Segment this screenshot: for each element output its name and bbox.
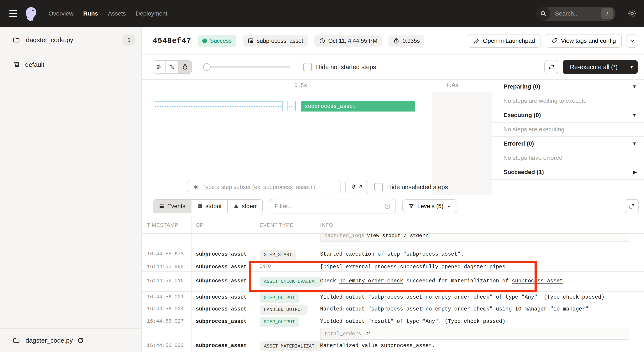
- view-mode-waterfall-icon[interactable]: [166, 61, 179, 73]
- search-icon: [536, 6, 550, 21]
- nav-item-overview[interactable]: Overview: [48, 10, 74, 17]
- column-header-event-type: EVENT TYPE: [260, 222, 294, 228]
- gantt-step-bar[interactable]: subprocess_asset: [301, 101, 415, 111]
- log-table-row: 16:44:56.024subprocess_assetHANDLED_OUTP…: [142, 303, 644, 315]
- log-table-row: 16:44:56.027subprocess_assetSTEP_OUTPUTY…: [142, 315, 644, 340]
- run-actions-chevron-button[interactable]: [626, 34, 638, 48]
- info-text: Handled output "subprocess_asset_no_empt…: [320, 306, 588, 312]
- run-tag-chip: Oct 11, 4:44:55 PM: [314, 35, 382, 47]
- tab-stderr[interactable]: stderr: [228, 200, 262, 213]
- event-type-cell: STEP_START: [260, 250, 296, 260]
- re-execute-all-button[interactable]: Re-execute all (*) ▼: [563, 60, 638, 74]
- slider-knob[interactable]: [203, 63, 210, 71]
- metadata-key: total_orders: [320, 328, 362, 339]
- info-cell: Handled output "subprocess_asset_no_empt…: [320, 306, 638, 312]
- gridline: [452, 92, 452, 195]
- timestamp-cell: 16:44:55.673: [147, 251, 184, 257]
- status-section-empty-text: No steps have errored: [492, 151, 644, 165]
- sidebar-item-job-default[interactable]: default: [0, 57, 141, 72]
- gantt-toolbar: Hide not started steps Re-execute all (*…: [142, 55, 644, 79]
- gantt-fullscreen-icon[interactable]: [544, 60, 558, 74]
- reload-icon[interactable]: [77, 337, 84, 344]
- timestamp-cell: 16:44:56.015: [147, 278, 184, 284]
- nav-item-deployment[interactable]: Deployment: [136, 10, 168, 17]
- event-type-cell: STEP_OUTPUT: [260, 293, 299, 303]
- job-name-label: default: [25, 61, 44, 68]
- chip-label: Oct 11, 4:44:55 PM: [328, 38, 378, 44]
- view-mode-timed-icon[interactable]: [179, 61, 192, 73]
- tab-stdout[interactable]: stdout: [192, 200, 228, 213]
- log-table-header: TIMESTAMP OP EVENT TYPE INFO: [142, 217, 644, 234]
- tab-label: Events: [167, 203, 186, 210]
- code-location-label: dagster_code.py: [26, 36, 73, 44]
- info-text: .: [563, 278, 566, 284]
- caret-up-icon: ^: [359, 184, 362, 190]
- table-icon: [159, 203, 164, 209]
- timestamp-cell: 16:44:56.021: [147, 294, 184, 300]
- step-subset-input[interactable]: Type a step subset (ex: subprocess_asset…: [187, 180, 341, 194]
- status-section-errored[interactable]: Errored (0)▼: [492, 137, 644, 151]
- log-table-row: 16:44:55.673subprocess_assetSTEP_STARTSt…: [142, 246, 644, 262]
- log-table-row: 16:44:56.033subprocess_assetASSET_MATERI…: [142, 340, 644, 352]
- log-table-row: captured_logsView stdout / stderr: [142, 234, 644, 246]
- info-text: Started execution of step "subprocess_as…: [320, 251, 464, 257]
- nav-item-assets[interactable]: Assets: [108, 10, 126, 17]
- status-section-preparing[interactable]: Preparing (0)▼: [492, 80, 644, 94]
- event-type-cell: STEP_OUTPUT: [260, 317, 299, 327]
- folder-icon: [13, 36, 20, 44]
- hamburger-menu-icon[interactable]: [6, 7, 20, 20]
- event-type-badge: ASSET_MATERIALIZAT…: [260, 341, 322, 351]
- view-mode-flat-icon[interactable]: [153, 61, 166, 73]
- hide-unselected-checkbox[interactable]: [374, 183, 383, 191]
- status-badge: Success: [198, 35, 236, 47]
- step-selector-icon: [192, 184, 199, 190]
- open-in-launchpad-button[interactable]: Open in Launchpad: [468, 34, 541, 48]
- view-tags-config-button[interactable]: View tags and config: [546, 34, 622, 48]
- settings-gear-icon[interactable]: [628, 9, 637, 18]
- run-tag-chip: 0.935s: [388, 35, 424, 47]
- status-section-executing[interactable]: Executing (0)▼: [492, 108, 644, 123]
- log-table-row: 16:44:56.021subprocess_assetSTEP_OUTPUTY…: [142, 292, 644, 303]
- caret-down-icon: ▼: [632, 141, 637, 146]
- after-run-end-region: [432, 92, 492, 195]
- hide-unselected-label: Hide unselected steps: [387, 184, 448, 191]
- dagster-run-page: OverviewRunsAssetsDeployment Search... /: [0, 0, 644, 352]
- op-cell: subprocess_asset: [196, 318, 247, 325]
- metadata-value-link[interactable]: View stdout / stderr: [362, 234, 433, 241]
- status-section-empty-text: No steps are executing: [492, 123, 644, 137]
- graph-query-toggle-button[interactable]: ^: [345, 180, 368, 194]
- re-execute-dropdown-caret[interactable]: ▼: [625, 60, 638, 74]
- metadata-table: total_orders2: [320, 328, 629, 340]
- event-type-badge: STEP_OUTPUT: [260, 293, 299, 303]
- search-input[interactable]: Search... /: [536, 6, 616, 21]
- status-section-succeeded[interactable]: Succeeded (1)▶: [492, 165, 644, 180]
- step-waiting-marker: [154, 101, 283, 111]
- chip-label: 0.935s: [402, 38, 420, 44]
- run-count-badge: 1: [123, 34, 135, 46]
- main-content: 4548ef47 Success subprocess_assetOct 11,…: [142, 27, 644, 352]
- left-sidebar: dagster_code.py 1 default dagster_code.p…: [0, 27, 142, 352]
- step-subset-placeholder: Type a step subset (ex: subprocess_asset…: [202, 184, 315, 190]
- search-placeholder: Search...: [555, 10, 602, 17]
- tab-events[interactable]: Events: [153, 200, 192, 213]
- levels-filter-button[interactable]: Levels (5): [402, 199, 458, 213]
- log-fullscreen-icon[interactable]: [625, 199, 639, 213]
- job-grid-icon: [13, 61, 20, 68]
- search-shortcut-key: /: [602, 8, 613, 19]
- op-cell: subprocess_asset: [196, 251, 247, 257]
- hide-not-started-checkbox[interactable]: [303, 63, 312, 71]
- event-type-cell: HANDLED_OUTPUT: [260, 305, 308, 315]
- step-status-panel: Preparing (0)▼No steps are waiting to ex…: [492, 80, 644, 195]
- event-type-badge: HANDLED_OUTPUT: [260, 305, 308, 315]
- log-toolbar: Eventsstdoutstderr Filter... Levels (5): [142, 195, 644, 217]
- gantt-zoom-slider[interactable]: [204, 66, 290, 68]
- sidebar-footer-code-location: dagster_code.py: [0, 328, 141, 352]
- log-filter-input[interactable]: Filter...: [270, 199, 396, 213]
- log-view-tabs: Eventsstdoutstderr: [153, 199, 263, 213]
- clear-filter-icon[interactable]: [384, 203, 391, 210]
- tab-label: stderr: [242, 203, 257, 210]
- dagster-logo-icon[interactable]: [23, 5, 39, 22]
- nav-item-runs[interactable]: Runs: [83, 10, 98, 17]
- footer-location-label: dagster_code.py: [26, 337, 73, 344]
- sidebar-item-code-location[interactable]: dagster_code.py 1: [0, 27, 141, 53]
